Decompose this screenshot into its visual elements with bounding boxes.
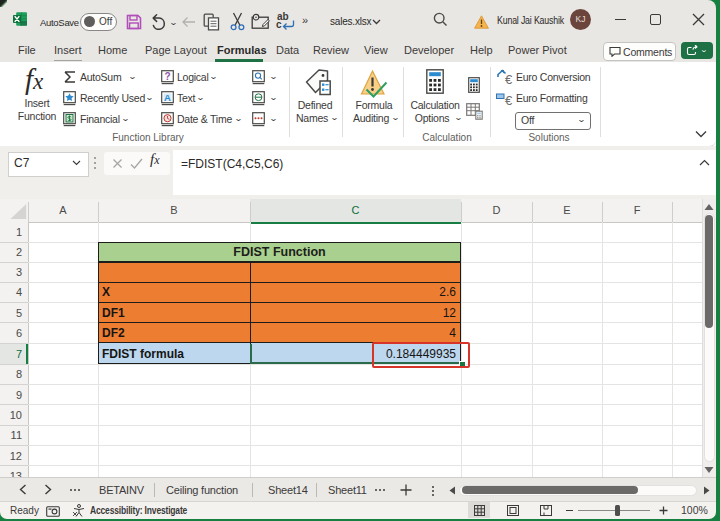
svg-text:€: €: [505, 93, 513, 107]
svg-text:?: ?: [164, 71, 170, 82]
svg-text:€: €: [505, 72, 513, 86]
svg-text:A: A: [164, 92, 171, 103]
